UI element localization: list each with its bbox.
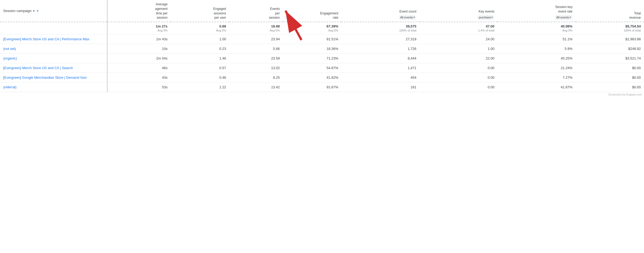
table-row: (organic)2m 04s1.4623.5971.23%8,44422.00…	[0, 54, 644, 63]
data-cell: 18.36%	[283, 44, 341, 54]
data-cell: 91.67%	[283, 82, 341, 92]
totals-engaged-sessions: 0.88 Avg 0%	[171, 22, 229, 34]
totals-row: 1m 27s Avg 0% 0.88 Avg 0% 19.98 Avg 0% 6…	[0, 22, 644, 34]
table-row: (not set)10s0.235.6618.36%1,7261.005.9%$…	[0, 44, 644, 54]
data-cell: 1,471	[341, 63, 420, 73]
data-cell: 8.25	[229, 73, 283, 82]
table-header-row: Session campaign ▾ + Average agement tim…	[0, 0, 644, 22]
data-cell: 8,444	[341, 54, 420, 63]
data-cell: 0.57	[171, 63, 229, 73]
data-cell: 2m 04s	[107, 54, 171, 63]
data-cell: 1.00	[171, 34, 229, 44]
data-cell: 5.9%	[498, 44, 576, 54]
analytics-table: Session campaign ▾ + Average agement tim…	[0, 0, 644, 92]
data-cell: $248.92	[576, 44, 644, 54]
table-row: [Evergreen] Merch Store US and CA | Perf…	[0, 34, 644, 44]
data-cell: 1.46	[171, 54, 229, 63]
data-cell: 0.00	[420, 82, 498, 92]
totals-engagement-rate: 67.39% Avg 0%	[283, 22, 341, 34]
data-cell: $3,521.74	[576, 54, 644, 63]
session-key-event-rate-dropdown[interactable]: All events ▾	[555, 15, 573, 20]
table-row: [Evergreen] Google Merchandise Store | D…	[0, 73, 644, 82]
data-cell: 161	[341, 82, 420, 92]
data-cell: $0.00	[576, 63, 644, 73]
data-cell: 81.51%	[283, 34, 341, 44]
data-cell: 71.23%	[283, 54, 341, 63]
data-cell: 1m 43s	[107, 34, 171, 44]
table-body: [Evergreen] Merch Store US and CA | Perf…	[0, 34, 644, 92]
data-cell: 53s	[107, 82, 171, 92]
campaign-name-cell[interactable]: (organic)	[0, 54, 107, 63]
data-cell: 1,726	[341, 44, 420, 54]
key-events-filter-label: purchase	[479, 15, 491, 19]
data-cell: 13.42	[229, 82, 283, 92]
totals-total-revenue: $5,754.54 100% of total	[576, 22, 644, 34]
session-key-event-rate-header: Session key event rate All events ▾	[498, 0, 576, 22]
campaign-name-cell[interactable]: [Evergreen] Merch Store US and CA | Perf…	[0, 34, 107, 44]
data-cell: 41.67%	[498, 82, 576, 92]
data-cell: 13.02	[229, 63, 283, 73]
data-cell: 23.94	[229, 34, 283, 44]
data-cell: 1.00	[420, 44, 498, 54]
engaged-sessions-header: Engaged sessions per user	[171, 0, 229, 22]
data-cell: 46s	[107, 63, 171, 73]
event-count-dropdown-arrow: ▾	[414, 15, 415, 19]
data-cell: 51.1%	[498, 34, 576, 44]
data-cell: 23.59	[229, 54, 283, 63]
data-cell: 22.00	[420, 54, 498, 63]
watermark: Screenshot by Knapper.com	[0, 92, 644, 97]
data-cell: 5.66	[229, 44, 283, 54]
data-cell: 0.23	[171, 44, 229, 54]
totals-key-events: 47.00 1.4% of total	[420, 22, 498, 34]
session-key-event-rate-dropdown-arrow: ▾	[570, 15, 571, 19]
data-cell: 1.22	[171, 82, 229, 92]
session-campaign-header: Session campaign ▾ +	[0, 0, 107, 22]
totals-campaign-cell	[0, 22, 107, 34]
add-column-button[interactable]: +	[36, 8, 39, 14]
data-cell: 27,319	[341, 34, 420, 44]
data-cell: 0.46	[171, 73, 229, 82]
totals-event-count: 39,575 100% of total	[341, 22, 420, 34]
totals-avg-engagement: 1m 27s Avg 0%	[107, 22, 171, 34]
data-cell: 21.24%	[498, 63, 576, 73]
data-cell: 54.87%	[283, 63, 341, 73]
session-campaign-label: Session campaign	[3, 9, 31, 13]
data-cell: 0.00	[420, 63, 498, 73]
totals-session-key-event-rate: 40.08% Avg 0%	[498, 22, 576, 34]
table-row: [Evergreen] Merch Store US and CA | Sear…	[0, 63, 644, 73]
data-cell: 43s	[107, 73, 171, 82]
key-events-header: Key events purchase ▾	[420, 0, 498, 22]
key-events-dropdown-arrow: ▾	[491, 15, 493, 19]
dropdown-arrow-icon[interactable]: ▾	[33, 9, 35, 13]
campaign-name-cell[interactable]: (not set)	[0, 44, 107, 54]
key-events-dropdown[interactable]: purchase ▾	[477, 15, 494, 20]
event-count-dropdown[interactable]: All events ▾	[399, 15, 416, 20]
events-per-session-header: Events per session	[229, 0, 283, 22]
avg-engagement-time-header: Average agement time per session	[107, 0, 171, 22]
campaign-name-cell[interactable]: [Evergreen] Google Merchandise Store | D…	[0, 73, 107, 82]
event-count-header: Event count All events ▾	[341, 0, 420, 22]
data-cell: $1,983.88	[576, 34, 644, 44]
total-revenue-header: Total revenue	[576, 0, 644, 22]
campaign-name-cell[interactable]: [Evergreen] Merch Store US and CA | Sear…	[0, 63, 107, 73]
totals-events-per-session: 19.98 Avg 0%	[229, 22, 283, 34]
data-cell: $0.00	[576, 82, 644, 92]
analytics-table-container: Session campaign ▾ + Average agement tim…	[0, 0, 644, 97]
data-cell: 0.00	[420, 73, 498, 82]
data-cell: 45.25%	[498, 54, 576, 63]
engagement-rate-header: Engagement rate	[283, 0, 341, 22]
table-row: (referral)53s1.2213.4291.67%1610.0041.67…	[0, 82, 644, 92]
data-cell: 7.27%	[498, 73, 576, 82]
data-cell: 41.82%	[283, 73, 341, 82]
data-cell: 10s	[107, 44, 171, 54]
campaign-name-cell[interactable]: (referral)	[0, 82, 107, 92]
data-cell: 24.00	[420, 34, 498, 44]
data-cell: 454	[341, 73, 420, 82]
data-cell: $0.00	[576, 73, 644, 82]
